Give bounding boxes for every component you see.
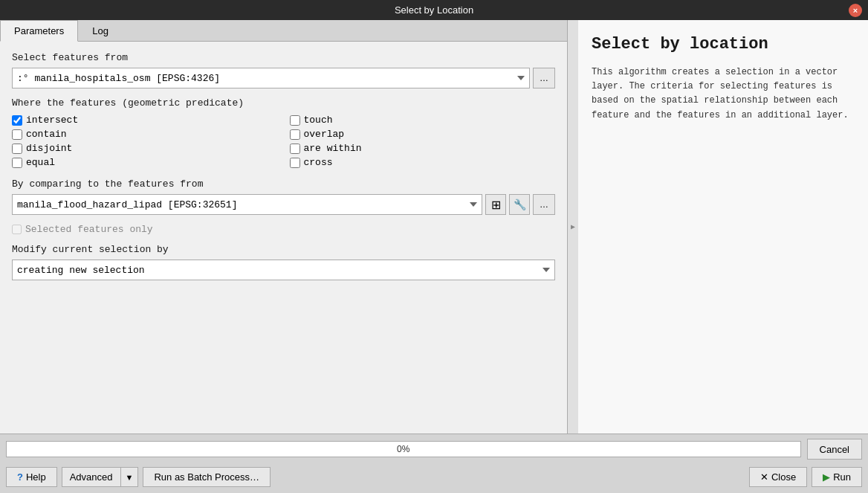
copy-icon: ⊞ xyxy=(491,198,501,212)
checkbox-row-intersect: intersect xyxy=(12,115,278,126)
checkbox-disjoint[interactable] xyxy=(12,144,22,154)
help-title: Select by location xyxy=(592,35,855,54)
select-features-row: :° manila_hospitals_osm [EPSG:4326] … xyxy=(12,68,555,88)
settings-button[interactable]: 🔧 xyxy=(509,194,530,215)
run-icon: ▶ xyxy=(823,471,830,483)
help-panel: Select by location This algorithm create… xyxy=(578,20,868,434)
main-content: Parameters Log Select features from :° m… xyxy=(0,20,868,434)
checkbox-are-within-label: are within xyxy=(304,143,362,154)
wrench-icon: 🔧 xyxy=(514,199,526,210)
checkbox-row-contain: contain xyxy=(12,129,278,140)
title-bar: Select by Location × xyxy=(0,0,868,20)
select-features-dropdown[interactable]: :° manila_hospitals_osm [EPSG:4326] xyxy=(12,68,530,88)
compare-features-label: By comparing to the features from xyxy=(12,178,555,190)
checkbox-overlap[interactable] xyxy=(290,129,300,140)
chevron-down-icon: ▼ xyxy=(126,473,134,482)
modify-selection-label: Modify current selection by xyxy=(12,244,555,255)
close-icon: × xyxy=(853,6,858,15)
run-button[interactable]: ▶ Run xyxy=(812,467,862,487)
checkbox-row-are-within: are within xyxy=(290,143,556,154)
checkbox-row-overlap: overlap xyxy=(290,129,556,140)
checkbox-disjoint-label: disjoint xyxy=(26,143,72,154)
parameters-content: Select features from :° manila_hospitals… xyxy=(0,42,567,434)
help-icon: ? xyxy=(17,471,23,483)
compare-features-dropdown[interactable]: manila_flood_hazard_lipad [EPSG:32651] xyxy=(12,194,482,215)
select-features-dots-button[interactable]: … xyxy=(533,68,555,88)
checkbox-contain-label: contain xyxy=(26,129,67,140)
batch-process-button[interactable]: Run as Batch Process… xyxy=(143,467,271,487)
compare-dots-button[interactable]: … xyxy=(533,194,555,215)
close-window-button[interactable]: × xyxy=(849,4,862,17)
checkbox-row-cross: cross xyxy=(290,157,556,168)
checkbox-intersect[interactable] xyxy=(12,115,22,126)
advanced-button[interactable]: Advanced xyxy=(62,467,120,487)
selected-features-label: Selected features only xyxy=(25,224,153,235)
window-title: Select by Location xyxy=(395,4,473,16)
run-label: Run xyxy=(833,471,851,483)
tab-bar: Parameters Log xyxy=(0,20,567,42)
cancel-button[interactable]: Cancel xyxy=(807,439,862,460)
close-label: Close xyxy=(771,471,796,483)
panel-divider: ▶ xyxy=(568,20,578,434)
checkboxes-grid: intersect touch contain ov xyxy=(12,115,555,168)
checkbox-contain[interactable] xyxy=(12,129,22,140)
advanced-split-button: Advanced ▼ xyxy=(62,467,139,487)
checkbox-selected-only[interactable] xyxy=(12,225,22,234)
checkbox-intersect-label: intersect xyxy=(26,115,78,126)
modify-selection-row: creating new selection adding to current… xyxy=(12,260,555,280)
help-button[interactable]: ? Help xyxy=(6,467,57,487)
select-features-label: Select features from xyxy=(12,52,555,63)
checkbox-equal-label: equal xyxy=(26,157,55,168)
advanced-dropdown-arrow[interactable]: ▼ xyxy=(120,467,139,487)
main-window: Select by Location × Parameters Log Sele… xyxy=(0,0,868,493)
tab-parameters[interactable]: Parameters xyxy=(0,20,78,42)
left-panel: Parameters Log Select features from :° m… xyxy=(0,20,568,434)
checkbox-touch[interactable] xyxy=(290,115,300,126)
checkbox-row-disjoint: disjoint xyxy=(12,143,278,154)
checkbox-overlap-label: overlap xyxy=(304,129,345,140)
tab-log[interactable]: Log xyxy=(78,20,123,41)
progress-row: 0% Cancel xyxy=(0,434,868,464)
batch-label: Run as Batch Process… xyxy=(154,471,259,483)
checkbox-are-within[interactable] xyxy=(290,144,300,154)
copy-layer-button[interactable]: ⊞ xyxy=(485,194,506,215)
progress-bar-container: 0% xyxy=(6,441,801,457)
selected-features-row: Selected features only xyxy=(12,224,555,235)
bottom-bar: 0% Cancel ? Help Advanced ▼ Run as Batch… xyxy=(0,434,868,493)
checkbox-cross[interactable] xyxy=(290,158,300,168)
geometric-predicate-label: Where the features (geometric predicate) xyxy=(12,97,555,109)
arrow-icon: ▶ xyxy=(571,222,575,231)
close-button[interactable]: ✕ Close xyxy=(749,467,807,487)
checkbox-row-touch: touch xyxy=(290,115,556,126)
checkbox-equal[interactable] xyxy=(12,158,22,168)
help-text: This algorithm creates a selection in a … xyxy=(592,65,855,123)
help-label: Help xyxy=(26,471,46,483)
checkbox-touch-label: touch xyxy=(304,115,333,126)
checkbox-row-equal: equal xyxy=(12,157,278,168)
close-x-icon: ✕ xyxy=(760,471,768,483)
compare-features-row: manila_flood_hazard_lipad [EPSG:32651] ⊞… xyxy=(12,194,555,215)
checkbox-cross-label: cross xyxy=(304,157,333,168)
advanced-label: Advanced xyxy=(70,471,113,483)
progress-label: 0% xyxy=(397,444,409,454)
modify-selection-dropdown[interactable]: creating new selection adding to current… xyxy=(12,260,555,280)
action-row: ? Help Advanced ▼ Run as Batch Process… … xyxy=(0,464,868,493)
